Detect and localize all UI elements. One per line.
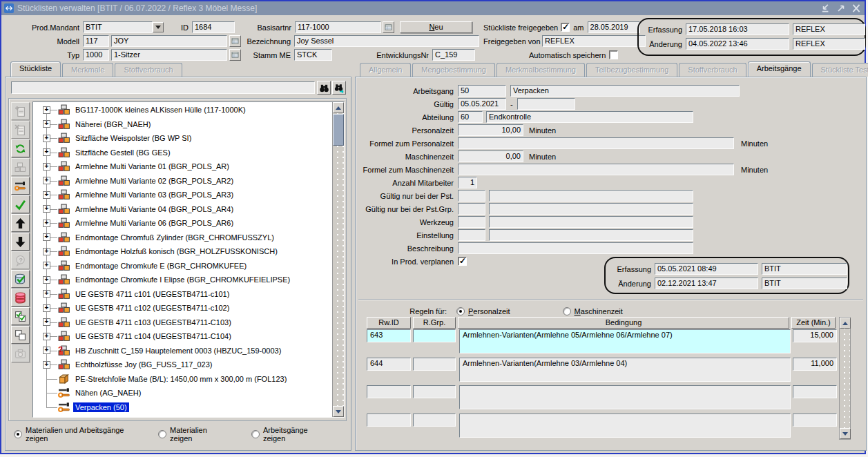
expand-icon[interactable] — [43, 106, 50, 114]
id-field[interactable]: 1684 — [192, 21, 235, 33]
expand-icon[interactable] — [43, 191, 50, 199]
search-button[interactable] — [317, 81, 331, 95]
tree-item-label[interactable]: Armlehne Multi Variante 01 (BGR_POLS_AR) — [73, 162, 231, 171]
radio-icon[interactable] — [563, 307, 571, 315]
regeln-personalzeit-radio[interactable]: Personalzeit — [456, 307, 510, 315]
move-up-button[interactable] — [11, 214, 30, 232]
tree-item-label[interactable]: Armlehne Multi Variante 03 (BGR_POLS_AR3… — [73, 190, 235, 200]
expand-icon[interactable] — [43, 120, 50, 128]
filter-radio[interactable]: Materialien und Arbeitsgänge zeigen — [14, 426, 126, 443]
rules-scrollbar[interactable] — [839, 317, 851, 440]
close-button[interactable] — [851, 3, 862, 13]
tree-item-label[interactable]: Sitzfläche Gestell (BG GES) — [73, 148, 173, 157]
tree-item-label[interactable]: PE-Stretchfolie Maße (B/L): 1450,00 mm x… — [73, 374, 289, 384]
tree-item-label[interactable]: Sitzfläche Weispolster (BG WP SI) — [73, 133, 193, 143]
db-rollback-button[interactable] — [11, 289, 30, 307]
tree-item-label[interactable]: UE GESTB 4711 c101 (UEGESTB4711-c101) — [73, 289, 231, 299]
expand-icon[interactable] — [43, 148, 50, 156]
freigegeben-checkbox[interactable] — [561, 23, 570, 32]
rule-id-cell[interactable] — [367, 414, 411, 427]
tree-item[interactable]: UE GESTB 4711 c102 (UEGESTB4711-c102) — [33, 301, 332, 315]
scroll-thumb[interactable] — [333, 114, 344, 146]
tree-item-label[interactable]: Endmontage Chromkufe E (BGR_CHROMKUFEE) — [73, 261, 249, 271]
typ-code-field[interactable]: 1000 — [83, 49, 109, 61]
pst-code-field[interactable] — [458, 190, 485, 202]
filter-radio[interactable]: Materialien zeigen — [158, 426, 220, 443]
rule-zeit-cell[interactable] — [793, 385, 837, 398]
maschinenzeit-field[interactable]: 0,00 — [458, 150, 523, 162]
rule-grp-cell[interactable] — [413, 358, 456, 371]
gueltig-bis-field[interactable] — [517, 98, 575, 110]
tree-scrollbar[interactable] — [332, 102, 344, 417]
expand-icon[interactable] — [43, 163, 50, 171]
maximize-button[interactable] — [836, 3, 847, 13]
tree-item-label[interactable]: Verpacken (50) — [73, 402, 129, 412]
werkzeug-code-field[interactable] — [458, 216, 485, 228]
arbeitsgang-nr-field[interactable]: 50 — [458, 85, 506, 97]
tree-item-label[interactable]: BG117-1000K kleines ALKissen Hülle (117-… — [73, 105, 248, 115]
minimize-button[interactable] — [820, 3, 831, 13]
rule-grp-cell[interactable] — [413, 329, 456, 342]
rule-row[interactable]: 643 Armlehnen-Varianten(Armlehne 05/Arml… — [367, 329, 837, 354]
move-down-button[interactable] — [11, 233, 30, 251]
modell-code-field[interactable]: 117 — [83, 35, 109, 47]
expand-icon[interactable] — [43, 248, 50, 255]
pstgrp-name-field[interactable] — [489, 203, 693, 215]
rule-bedingung-cell[interactable] — [459, 385, 791, 409]
db-commit-button[interactable] — [11, 270, 30, 288]
beschreibung-field[interactable] — [458, 242, 693, 254]
anzahl-mitarbeiter-field[interactable]: 1 — [458, 177, 477, 188]
refresh-button[interactable] — [11, 139, 30, 157]
radio-icon[interactable] — [456, 307, 465, 315]
bezeichnung-field[interactable]: Joy Sessel — [294, 35, 479, 47]
tree-item-label[interactable]: HB Zuschnitt C_159 Hauptelement 0003 (HB… — [73, 346, 283, 356]
tree-item-label[interactable]: Armlehne Multi Variante 02 (BGR_POLS_AR2… — [73, 176, 235, 186]
scroll-down-button[interactable] — [840, 428, 851, 439]
expand-icon[interactable] — [43, 205, 50, 213]
rule-grp-cell[interactable] — [413, 385, 456, 398]
rule-bedingung-cell[interactable] — [459, 414, 791, 438]
right-tab[interactable]: Teilbezugbestimmung — [586, 63, 677, 77]
tree-item[interactable]: ? HB Zuschnitt C_159 Hauptelement 0003 (… — [33, 344, 332, 358]
tree-item[interactable]: Armlehne Multi Variante 04 (BGR_POLS_AR4… — [33, 202, 332, 217]
regeln-maschinenzeit-radio[interactable]: Maschinenzeit — [563, 307, 623, 315]
formel-personalzeit-field[interactable] — [458, 137, 734, 149]
tree-item-label[interactable]: Näherei (BGR_NAEH) — [73, 119, 153, 129]
tree-item[interactable]: Echtholzfüsse Joy (BG_FUSS_117_023) — [33, 358, 332, 372]
stamm-me-field[interactable]: STCK — [294, 49, 332, 61]
tree-item[interactable]: Sitzfläche Gestell (BG GES) — [33, 146, 332, 160]
expand-icon[interactable] — [43, 233, 50, 241]
tree-item[interactable]: Endmontage Holzfuß konisch (BGR_HOLZFUSS… — [33, 244, 332, 259]
right-tab[interactable]: Arbeitsgänge — [748, 61, 811, 77]
tree-item[interactable]: Näherei (BGR_NAEH) — [33, 117, 332, 132]
tree-item[interactable]: Armlehne Multi Variante 03 (BGR_POLS_AR3… — [33, 188, 332, 202]
left-tab[interactable]: Stoffverbrauch — [115, 63, 182, 77]
abteilung-nr-field[interactable]: 60 — [458, 111, 483, 123]
tree-item-label[interactable]: Endmontage Holzfuß konisch (BGR_HOLZFUSS… — [73, 246, 280, 256]
rule-row[interactable]: 644 Armlehnen-Varianten(Armlehne 03/Arml… — [367, 358, 837, 382]
pstgrp-code-field[interactable] — [458, 203, 485, 215]
expand-icon[interactable] — [43, 361, 50, 369]
hint-button[interactable]: ? — [11, 251, 30, 269]
entwicklungsnr-field[interactable]: C_159 — [432, 49, 475, 61]
tree-item-label[interactable]: Endmontage Chromkufe I Elipse (BGR_CHROM… — [73, 275, 292, 284]
tree-item[interactable]: Armlehne Multi Variante 06 (BGR_POLS_AR6… — [33, 216, 332, 231]
tree-item[interactable]: Sitzfläche Weispolster (BG WP SI) — [33, 131, 332, 146]
tree-item[interactable]: UE GESTB 4711 c101 (UEGESTB4711-c101) — [33, 287, 332, 302]
typ-name-field[interactable]: 1-Sitzer — [111, 49, 227, 61]
tree-item[interactable]: Nähen (AG_NAEH) — [33, 386, 332, 400]
confirm-button[interactable] — [11, 195, 30, 213]
tree-item-label[interactable]: Armlehne Multi Variante 06 (BGR_POLS_AR6… — [73, 218, 235, 228]
freigegeben-am-field[interactable]: 28.05.2019 — [588, 21, 640, 33]
tree-item[interactable]: Armlehne Multi Variante 01 (BGR_POLS_AR) — [33, 159, 332, 174]
right-tab[interactable]: Stoffverbrauch — [679, 63, 746, 77]
personalzeit-field[interactable]: 10,00 — [458, 124, 523, 136]
rule-id-cell[interactable]: 644 — [367, 358, 411, 371]
scroll-down-button[interactable] — [333, 406, 344, 417]
tree-item-label[interactable]: Nähen (AG_NAEH) — [73, 388, 143, 398]
in-prod-checkbox[interactable] — [458, 257, 467, 266]
scroll-up-button[interactable] — [333, 102, 344, 113]
deselect-all-button[interactable] — [11, 326, 30, 344]
operation-button[interactable] — [11, 177, 30, 195]
rule-bedingung-cell[interactable]: Armlehnen-Varianten(Armlehne 03/Armlehne… — [459, 358, 791, 382]
